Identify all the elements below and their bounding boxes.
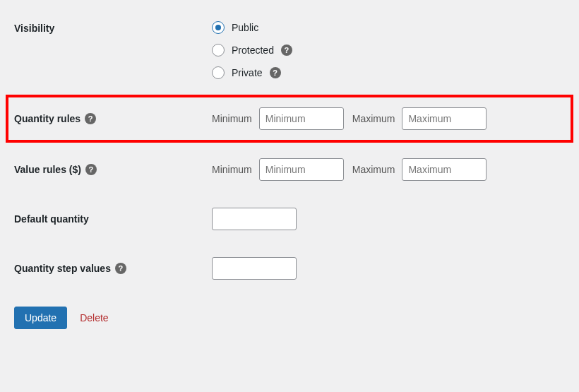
visibility-option-public[interactable]: Public: [212, 21, 292, 34]
help-icon[interactable]: ?: [115, 263, 126, 274]
value-min-input[interactable]: [259, 158, 344, 181]
help-icon[interactable]: ?: [270, 67, 281, 78]
quantity-step-label: Quantity step values ?: [14, 263, 212, 274]
quantity-step-input[interactable]: [212, 257, 297, 280]
quantity-min-input[interactable]: [259, 107, 344, 130]
default-quantity-label: Default quantity: [14, 213, 212, 225]
visibility-option-protected[interactable]: Protected ?: [212, 44, 292, 57]
help-icon[interactable]: ?: [281, 44, 292, 56]
quantity-rules-label: Quantity rules ?: [14, 113, 212, 124]
quantity-max-label: Maximum: [352, 113, 395, 124]
radio-label: Private: [232, 67, 263, 78]
delete-link[interactable]: Delete: [80, 312, 108, 323]
update-button[interactable]: Update: [14, 307, 67, 329]
help-icon[interactable]: ?: [85, 113, 96, 124]
value-max-label: Maximum: [352, 164, 395, 175]
quantity-max-input[interactable]: [402, 107, 487, 130]
visibility-label: Visibility: [14, 21, 212, 34]
default-quantity-input[interactable]: [212, 208, 297, 230]
help-icon[interactable]: ?: [85, 164, 97, 175]
visibility-radio-group: Public Protected ? Private ?: [212, 21, 292, 79]
radio-label: Public: [232, 22, 258, 33]
quantity-min-label: Minimum: [212, 113, 252, 124]
value-max-input[interactable]: [402, 158, 487, 181]
visibility-option-private[interactable]: Private ?: [212, 66, 292, 79]
value-min-label: Minimum: [212, 164, 252, 175]
radio-icon[interactable]: [212, 44, 225, 57]
quantity-rules-highlight: Quantity rules ? Minimum Maximum: [6, 95, 573, 143]
radio-icon[interactable]: [212, 21, 225, 34]
radio-label: Protected: [232, 44, 274, 56]
radio-icon[interactable]: [212, 66, 225, 79]
value-rules-label: Value rules ($) ?: [14, 164, 212, 175]
